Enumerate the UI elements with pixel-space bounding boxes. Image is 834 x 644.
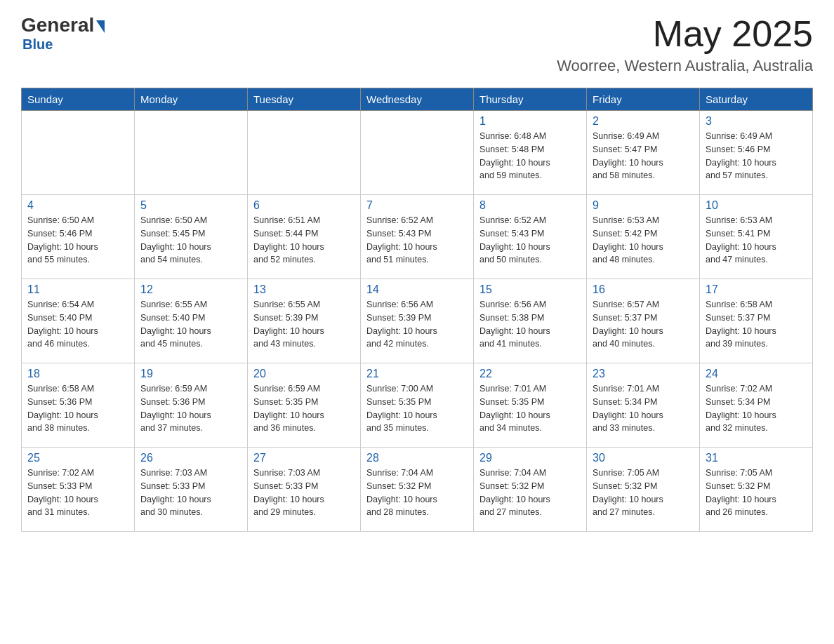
day-number: 31 — [706, 452, 807, 464]
day-info: Sunrise: 6:54 AMSunset: 5:40 PMDaylight:… — [27, 298, 128, 351]
day-info: Sunrise: 6:58 AMSunset: 5:37 PMDaylight:… — [706, 298, 807, 351]
calendar-cell — [135, 111, 248, 195]
calendar-cell: 22Sunrise: 7:01 AMSunset: 5:35 PMDayligh… — [474, 363, 587, 448]
day-info: Sunrise: 7:01 AMSunset: 5:34 PMDaylight:… — [593, 382, 694, 435]
logo-triangle-icon — [96, 20, 105, 33]
day-info: Sunrise: 6:49 AMSunset: 5:46 PMDaylight:… — [706, 130, 807, 182]
calendar-cell: 25Sunrise: 7:02 AMSunset: 5:33 PMDayligh… — [22, 448, 135, 532]
day-info: Sunrise: 6:59 AMSunset: 5:35 PMDaylight:… — [253, 382, 355, 435]
day-number: 2 — [593, 115, 694, 128]
day-number: 16 — [593, 283, 694, 296]
day-number: 28 — [366, 452, 468, 464]
day-number: 12 — [140, 283, 241, 296]
calendar-table: SundayMondayTuesdayWednesdayThursdayFrid… — [21, 88, 813, 532]
day-number: 4 — [27, 199, 128, 212]
calendar-cell: 4Sunrise: 6:50 AMSunset: 5:46 PMDaylight… — [22, 195, 135, 279]
calendar-cell: 29Sunrise: 7:04 AMSunset: 5:32 PMDayligh… — [474, 448, 587, 532]
calendar-cell: 8Sunrise: 6:52 AMSunset: 5:43 PMDaylight… — [474, 195, 587, 279]
calendar-cell: 12Sunrise: 6:55 AMSunset: 5:40 PMDayligh… — [135, 279, 248, 363]
day-number: 3 — [706, 115, 807, 128]
calendar-week-1: 1Sunrise: 6:48 AMSunset: 5:48 PMDaylight… — [22, 111, 813, 195]
day-number: 24 — [706, 368, 807, 380]
day-info: Sunrise: 6:53 AMSunset: 5:42 PMDaylight:… — [593, 214, 694, 267]
location-title: Woorree, Western Australia, Australia — [557, 57, 813, 75]
calendar-cell: 6Sunrise: 6:51 AMSunset: 5:44 PMDaylight… — [248, 195, 361, 279]
page-header: General Blue May 2025 Woorree, Western A… — [21, 14, 813, 75]
day-info: Sunrise: 7:02 AMSunset: 5:33 PMDaylight:… — [27, 467, 128, 519]
calendar-cell: 15Sunrise: 6:56 AMSunset: 5:38 PMDayligh… — [474, 279, 587, 363]
day-number: 7 — [366, 199, 468, 212]
calendar-cell: 27Sunrise: 7:03 AMSunset: 5:33 PMDayligh… — [248, 448, 361, 532]
day-info: Sunrise: 6:59 AMSunset: 5:36 PMDaylight:… — [140, 382, 241, 435]
day-number: 17 — [706, 283, 807, 296]
calendar-cell: 30Sunrise: 7:05 AMSunset: 5:32 PMDayligh… — [587, 448, 700, 532]
calendar-header-tuesday: Tuesday — [248, 88, 361, 111]
day-info: Sunrise: 7:05 AMSunset: 5:32 PMDaylight:… — [706, 467, 807, 519]
calendar-cell: 1Sunrise: 6:48 AMSunset: 5:48 PMDaylight… — [474, 111, 587, 195]
day-number: 19 — [140, 368, 241, 380]
day-info: Sunrise: 6:50 AMSunset: 5:46 PMDaylight:… — [27, 214, 128, 267]
day-number: 8 — [479, 199, 581, 212]
day-number: 10 — [706, 199, 807, 212]
calendar-cell: 16Sunrise: 6:57 AMSunset: 5:37 PMDayligh… — [587, 279, 700, 363]
day-info: Sunrise: 6:55 AMSunset: 5:39 PMDaylight:… — [253, 298, 355, 351]
day-info: Sunrise: 7:05 AMSunset: 5:32 PMDaylight:… — [593, 467, 694, 519]
day-info: Sunrise: 7:03 AMSunset: 5:33 PMDaylight:… — [140, 467, 241, 519]
calendar-cell: 7Sunrise: 6:52 AMSunset: 5:43 PMDaylight… — [361, 195, 474, 279]
day-number: 5 — [140, 199, 241, 212]
day-number: 30 — [593, 452, 694, 464]
logo-blue-text: Blue — [22, 36, 53, 53]
title-block: May 2025 Woorree, Western Australia, Aus… — [557, 14, 813, 75]
calendar-cell: 17Sunrise: 6:58 AMSunset: 5:37 PMDayligh… — [700, 279, 813, 363]
day-info: Sunrise: 6:48 AMSunset: 5:48 PMDaylight:… — [479, 130, 581, 182]
calendar-week-3: 11Sunrise: 6:54 AMSunset: 5:40 PMDayligh… — [22, 279, 813, 363]
calendar-cell: 21Sunrise: 7:00 AMSunset: 5:35 PMDayligh… — [361, 363, 474, 448]
day-info: Sunrise: 7:03 AMSunset: 5:33 PMDaylight:… — [253, 467, 355, 519]
calendar-cell: 28Sunrise: 7:04 AMSunset: 5:32 PMDayligh… — [361, 448, 474, 532]
day-info: Sunrise: 6:52 AMSunset: 5:43 PMDaylight:… — [366, 214, 468, 267]
day-info: Sunrise: 7:04 AMSunset: 5:32 PMDaylight:… — [479, 467, 581, 519]
calendar-header-sunday: Sunday — [22, 88, 135, 111]
day-number: 21 — [366, 368, 468, 380]
calendar-cell: 23Sunrise: 7:01 AMSunset: 5:34 PMDayligh… — [587, 363, 700, 448]
calendar-cell: 14Sunrise: 6:56 AMSunset: 5:39 PMDayligh… — [361, 279, 474, 363]
day-number: 27 — [253, 452, 355, 464]
calendar-cell: 18Sunrise: 6:58 AMSunset: 5:36 PMDayligh… — [22, 363, 135, 448]
day-number: 18 — [27, 368, 128, 380]
calendar-cell: 11Sunrise: 6:54 AMSunset: 5:40 PMDayligh… — [22, 279, 135, 363]
day-info: Sunrise: 6:56 AMSunset: 5:38 PMDaylight:… — [479, 298, 581, 351]
day-info: Sunrise: 6:56 AMSunset: 5:39 PMDaylight:… — [366, 298, 468, 351]
day-number: 26 — [140, 452, 241, 464]
day-number: 6 — [253, 199, 355, 212]
day-number: 22 — [479, 368, 581, 380]
day-number: 13 — [253, 283, 355, 296]
logo: General Blue — [21, 14, 105, 53]
day-info: Sunrise: 7:04 AMSunset: 5:32 PMDaylight:… — [366, 467, 468, 519]
day-info: Sunrise: 6:52 AMSunset: 5:43 PMDaylight:… — [479, 214, 581, 267]
calendar-cell: 20Sunrise: 6:59 AMSunset: 5:35 PMDayligh… — [248, 363, 361, 448]
day-info: Sunrise: 6:55 AMSunset: 5:40 PMDaylight:… — [140, 298, 241, 351]
calendar-cell: 2Sunrise: 6:49 AMSunset: 5:47 PMDaylight… — [587, 111, 700, 195]
calendar-week-4: 18Sunrise: 6:58 AMSunset: 5:36 PMDayligh… — [22, 363, 813, 448]
day-info: Sunrise: 7:01 AMSunset: 5:35 PMDaylight:… — [479, 382, 581, 435]
calendar-cell — [248, 111, 361, 195]
calendar-header-monday: Monday — [135, 88, 248, 111]
day-info: Sunrise: 6:49 AMSunset: 5:47 PMDaylight:… — [593, 130, 694, 182]
calendar-cell: 19Sunrise: 6:59 AMSunset: 5:36 PMDayligh… — [135, 363, 248, 448]
day-number: 15 — [479, 283, 581, 296]
calendar-cell: 31Sunrise: 7:05 AMSunset: 5:32 PMDayligh… — [700, 448, 813, 532]
calendar-cell: 5Sunrise: 6:50 AMSunset: 5:45 PMDaylight… — [135, 195, 248, 279]
calendar-header-row: SundayMondayTuesdayWednesdayThursdayFrid… — [22, 88, 813, 111]
day-info: Sunrise: 6:50 AMSunset: 5:45 PMDaylight:… — [140, 214, 241, 267]
calendar-header-thursday: Thursday — [474, 88, 587, 111]
calendar-cell — [361, 111, 474, 195]
day-number: 25 — [27, 452, 128, 464]
calendar-cell: 13Sunrise: 6:55 AMSunset: 5:39 PMDayligh… — [248, 279, 361, 363]
day-info: Sunrise: 6:57 AMSunset: 5:37 PMDaylight:… — [593, 298, 694, 351]
day-info: Sunrise: 6:53 AMSunset: 5:41 PMDaylight:… — [706, 214, 807, 267]
day-info: Sunrise: 7:00 AMSunset: 5:35 PMDaylight:… — [366, 382, 468, 435]
day-number: 23 — [593, 368, 694, 380]
calendar-cell: 9Sunrise: 6:53 AMSunset: 5:42 PMDaylight… — [587, 195, 700, 279]
day-info: Sunrise: 7:02 AMSunset: 5:34 PMDaylight:… — [706, 382, 807, 435]
calendar-week-2: 4Sunrise: 6:50 AMSunset: 5:46 PMDaylight… — [22, 195, 813, 279]
